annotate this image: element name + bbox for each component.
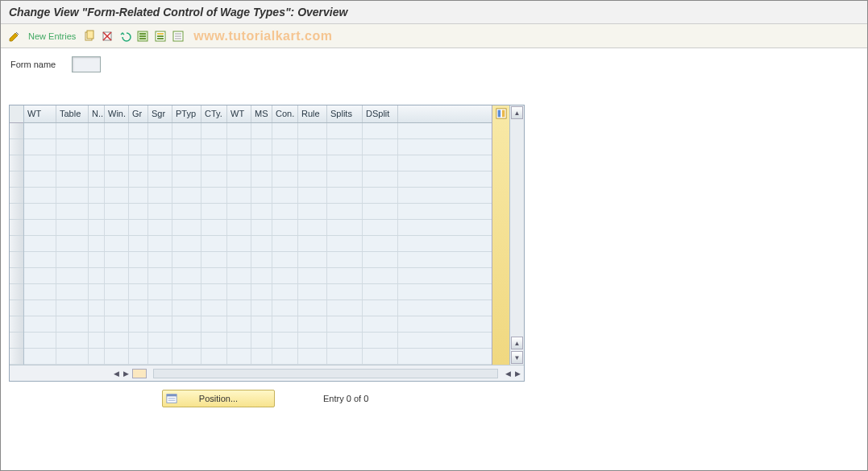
table-cell[interactable] [298,171,327,187]
table-cell[interactable] [227,139,251,155]
table-cell[interactable] [251,252,272,267]
table-cell[interactable] [129,204,148,219]
table-cell[interactable] [363,236,398,251]
table-cell[interactable] [251,220,272,235]
table-cell[interactable] [298,300,327,316]
table-cell[interactable] [227,171,251,187]
table-cell[interactable] [272,268,298,283]
new-entries-button[interactable]: New Entries [25,31,79,41]
table-cell[interactable] [227,284,251,300]
table-cell[interactable] [129,171,148,187]
table-cell[interactable] [89,349,105,364]
table-cell[interactable] [201,220,227,235]
table-cell[interactable] [89,171,105,187]
table-cell[interactable] [227,268,251,283]
table-cell[interactable] [56,284,89,300]
table-cell[interactable] [129,155,148,171]
table-cell[interactable] [89,188,105,203]
table-cell[interactable] [148,204,172,219]
table-cell[interactable] [251,188,272,203]
scroll-left-icon[interactable]: ◀ [113,370,119,378]
table-cell[interactable] [327,284,363,300]
table-cell[interactable] [89,155,105,171]
table-cell[interactable] [201,236,227,251]
table-cell[interactable] [201,284,227,300]
table-cell[interactable] [129,220,148,235]
table-cell[interactable] [24,204,56,219]
table-cell[interactable] [201,139,227,155]
table-cell[interactable] [148,139,172,155]
table-cell[interactable] [24,236,56,251]
row-selector[interactable] [10,155,23,171]
table-cell[interactable] [251,123,272,138]
column-header-con[interactable]: Con. [272,105,298,122]
table-cell[interactable] [24,220,56,235]
table-cell[interactable] [327,333,363,348]
table-cell[interactable] [201,188,227,203]
table-cell[interactable] [363,284,398,300]
column-config-icon[interactable] [132,369,147,378]
column-header-table[interactable]: Table [56,105,89,122]
row-selector[interactable] [10,220,23,236]
row-selector[interactable] [10,268,23,284]
table-cell[interactable] [172,333,201,348]
column-header-gr[interactable]: Gr [129,105,148,122]
table-cell[interactable] [227,333,251,348]
table-cell[interactable] [24,252,56,267]
position-button[interactable]: Position... [162,390,275,407]
table-cell[interactable] [251,333,272,348]
table-cell[interactable] [172,349,201,364]
table-cell[interactable] [298,220,327,235]
table-cell[interactable] [148,188,172,203]
table-cell[interactable] [24,139,56,155]
table-cell[interactable] [148,155,172,171]
row-selector[interactable] [10,316,23,333]
table-cell[interactable] [24,300,56,316]
table-cell[interactable] [201,349,227,364]
table-cell[interactable] [148,252,172,267]
table-cell[interactable] [56,236,89,251]
table-cell[interactable] [298,236,327,251]
table-cell[interactable] [327,204,363,219]
table-cell[interactable] [129,123,148,138]
table-cell[interactable] [327,171,363,187]
table-cell[interactable] [172,236,201,251]
scroll-up-icon[interactable]: ▲ [511,106,523,119]
table-cell[interactable] [298,349,327,364]
table-cell[interactable] [172,204,201,219]
table-cell[interactable] [251,204,272,219]
table-cell[interactable] [172,220,201,235]
table-cell[interactable] [272,171,298,187]
table-cell[interactable] [298,188,327,203]
column-header-ms[interactable]: MS [251,105,272,122]
table-cell[interactable] [129,236,148,251]
table-cell[interactable] [56,171,89,187]
table-cell[interactable] [272,220,298,235]
table-cell[interactable] [89,220,105,235]
table-cell[interactable] [327,220,363,235]
table-cell[interactable] [105,268,129,283]
table-cell[interactable] [227,155,251,171]
table-cell[interactable] [272,188,298,203]
table-cell[interactable] [56,268,89,283]
table-cell[interactable] [24,349,56,364]
table-cell[interactable] [327,155,363,171]
table-cell[interactable] [363,300,398,316]
row-selector[interactable] [10,139,23,155]
table-cell[interactable] [105,252,129,267]
table-cell[interactable] [227,220,251,235]
table-cell[interactable] [24,155,56,171]
scroll-down-icon[interactable]: ▼ [511,351,523,364]
table-cell[interactable] [56,220,89,235]
table-cell[interactable] [56,300,89,316]
table-cell[interactable] [363,252,398,267]
table-cell[interactable] [272,300,298,316]
table-cell[interactable] [105,300,129,316]
table-cell[interactable] [24,333,56,348]
table-cell[interactable] [148,236,172,251]
table-cell[interactable] [172,155,201,171]
table-cell[interactable] [363,204,398,219]
table-cell[interactable] [105,284,129,300]
row-selector[interactable] [10,349,23,365]
table-cell[interactable] [251,139,272,155]
